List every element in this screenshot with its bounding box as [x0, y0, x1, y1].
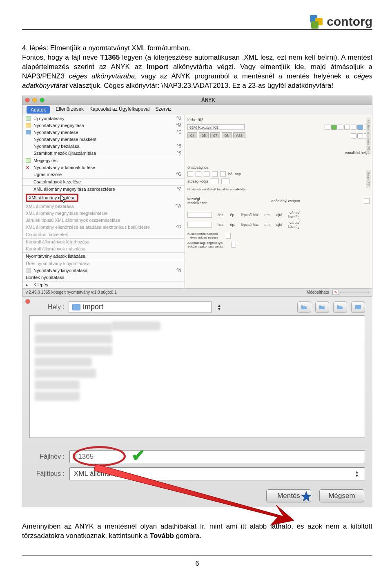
tab-04[interactable]: 04: [187, 132, 197, 138]
window-titlebar: ÁNYK: [22, 96, 372, 105]
status-bar: v.2.49.0 1365 kötegelt nyomtatvány v:1.0…: [22, 288, 372, 296]
mi-mentes-maskent[interactable]: Nyomtatvány mentése másként: [22, 136, 185, 143]
adoalanyi-label: Adóalanyi csoport: [271, 199, 301, 203]
toolbar-icon[interactable]: [351, 125, 356, 130]
window-title: ÁNYK: [47, 97, 370, 103]
mi-bezaras[interactable]: Nyomtatvány bezárása^B: [22, 143, 185, 150]
p1-t5: .XML: [242, 54, 258, 61]
p2-t3: gombra.: [174, 532, 201, 540]
p1-t12: választjuk. Céges alkönyvtár: \NAP3.23.\…: [68, 82, 334, 89]
mi-kilepes[interactable]: ▸Kilépés: [22, 281, 185, 288]
filetype-dropdown[interactable]: XML állományok ▲▼: [69, 467, 365, 480]
mi-xml-bezaras: XML állomány bezárása^W: [22, 203, 185, 210]
p1-t9: céges alkönyvtárába: [69, 72, 135, 80]
nav-up-button[interactable]: [297, 301, 311, 313]
svg-rect-1: [355, 305, 361, 309]
zoom-icon[interactable]: [40, 98, 45, 103]
nav-first-icon[interactable]: [351, 133, 356, 138]
side-help-f1[interactable]: Kitöltési útmutató (F1): [366, 118, 371, 154]
menu-szerviz[interactable]: Szerviz: [155, 106, 171, 114]
toolbar-icon[interactable]: [338, 125, 343, 130]
mi-adatok-torles[interactable]: ✕Nyomtatvány adatainak törlése: [22, 164, 185, 171]
mi-ures-nyomtat: Üres nyomtatvány kinyomtatása: [22, 260, 185, 267]
filetype-spinner[interactable]: ▲▼: [353, 470, 361, 478]
tab-05[interactable]: 05: [199, 132, 209, 138]
menu-kapcsolat[interactable]: Kapcsolat az Ügyfélkapuval: [89, 106, 149, 114]
mi-uj-nyomtatvany[interactable]: Új nyomtatvány^U: [22, 115, 185, 122]
lerhetok-label: lérhetők!: [187, 118, 370, 122]
hatosag-label: óhatósághoz: [187, 165, 209, 170]
mi-xml-megnyitas-szerk[interactable]: XML állomány megnyitása szerkesztésre^Z: [22, 186, 185, 193]
nav-new-folder-button[interactable]: [333, 301, 347, 313]
mi-boritek[interactable]: Boríték nyomtatása: [22, 274, 185, 281]
filename-highlight-annotation: [73, 446, 126, 466]
page-header: contorg: [22, 15, 372, 30]
save-icon[interactable]: [357, 125, 363, 130]
intro-paragraph: 4. lépés: Elmentjük a nyomtatványt XML f…: [22, 44, 372, 91]
mi-megjegyzes[interactable]: Megjegyzés: [22, 157, 185, 164]
p2-t2: Tovább: [150, 532, 174, 540]
tab-07[interactable]: 07: [210, 132, 220, 138]
adohat-label: Adóhatósági engedéllyel évközi gyakorisá…: [187, 241, 223, 248]
svg-marker-0: [60, 195, 66, 203]
mi-kontroll-letrehoz: Kontroll állományok létrehozása: [22, 239, 185, 245]
anyk-window: ÁNYK Adatok Ellenőrzések Kapcsolat az Üg…: [22, 96, 372, 296]
mi-mentes[interactable]: Nyomtatvány mentése^E: [22, 129, 185, 136]
dialog-close-icon[interactable]: [25, 299, 30, 304]
mi-xml-megtek: XML állomány megnyitása megtekintésre: [22, 210, 185, 217]
company-field[interactable]: 65A) Kukutyin Kft: [187, 124, 245, 130]
page-footer: 6: [22, 556, 372, 567]
p1-t7: Import: [147, 63, 168, 71]
fajlnev-label: Fájlnév :: [29, 453, 65, 460]
close-icon[interactable]: [25, 98, 30, 103]
mi-xml-ellenorzes: XML állomány ellenőrzése és átadása elek…: [22, 224, 185, 231]
cursor-icon: [60, 194, 67, 203]
tab-a88[interactable]: A88: [233, 132, 245, 138]
cancel-button[interactable]: Mégsem: [319, 489, 364, 502]
menu-adatok[interactable]: Adatok: [27, 106, 50, 114]
mi-megnyitas[interactable]: Nyomtatvány megnyitása^M: [22, 122, 185, 129]
toolbar-icon[interactable]: [344, 125, 350, 130]
save-button[interactable]: Mentés: [266, 489, 311, 502]
mi-ujraszamitas[interactable]: Számított mezők újraszámítása^S: [22, 150, 185, 157]
location-spinner[interactable]: ▲▼: [216, 304, 223, 311]
logo-icon: [310, 15, 324, 29]
location-dropdown[interactable]: import: [69, 301, 212, 313]
nav-home-button[interactable]: [315, 301, 329, 313]
svg-marker-2: [301, 491, 311, 501]
folder-icon: [72, 304, 80, 310]
anyk-form-background: Kitöltési útmutató (F1) Súgó (F2) lérhet…: [185, 115, 372, 288]
mi-csoportos: Csoportos műveletek: [22, 231, 185, 238]
p1-t1: 4. lépés: Elmentjük a nyomtatványt XML f…: [22, 44, 190, 52]
pencil-icon: ✎: [332, 290, 339, 295]
hely-label: Hely :: [29, 304, 65, 311]
nav-prev-icon[interactable]: [357, 133, 363, 138]
brand-logo: contorg: [310, 15, 372, 29]
filetype-value: XML állományok: [74, 470, 125, 478]
toolbar-icon[interactable]: [325, 125, 330, 130]
mi-adat-listazas[interactable]: Nyomtatvány adatok listázása: [22, 253, 185, 260]
p1-t2: Fontos, hogy a fájl neve: [22, 54, 100, 61]
status-right: Módosítható: [307, 290, 329, 295]
p1-t3: T1365: [100, 54, 120, 61]
closing-paragraph: Amennyiben az ANYK a mentésnél olyan ada…: [22, 522, 372, 541]
p1-t10: , vagy az ANYK programból a mentésnél a …: [135, 72, 354, 80]
nav-desktop-button[interactable]: [351, 301, 365, 313]
file-list[interactable]: [29, 315, 365, 438]
mi-jarulek-xml: Járulék típusú XML állományok összemásol…: [22, 217, 185, 224]
minimize-icon[interactable]: [32, 98, 37, 103]
menubar: Adatok Ellenőrzések Kapcsolat az Ügyfélk…: [22, 105, 372, 115]
tab-08[interactable]: 08: [222, 132, 232, 138]
kuszob-label: Küszöbérték túllépés éves adózó esetén: [187, 232, 218, 239]
checkmark-icon: ✔: [131, 446, 145, 465]
menu-ellenorzesek[interactable]: Ellenőrzések: [56, 106, 84, 114]
side-help-f2[interactable]: Súgó (F2): [366, 170, 371, 189]
page-number: 6: [196, 560, 199, 567]
mi-ugras-mezore[interactable]: Ugrás mezőre^G: [22, 171, 185, 178]
p1-t4: legyen (a kiterjesztése automatikusan: [120, 54, 242, 61]
mi-nyomtat[interactable]: Nyomtatvány kinyomtatása^N: [22, 267, 185, 274]
mi-csatolmanyok[interactable]: Csatolmányok kezelése: [22, 179, 185, 185]
check-icon[interactable]: [331, 125, 337, 130]
mi-xml-mentese[interactable]: XML állomány mentése: [22, 193, 185, 203]
cursor-star-icon: [301, 491, 312, 502]
